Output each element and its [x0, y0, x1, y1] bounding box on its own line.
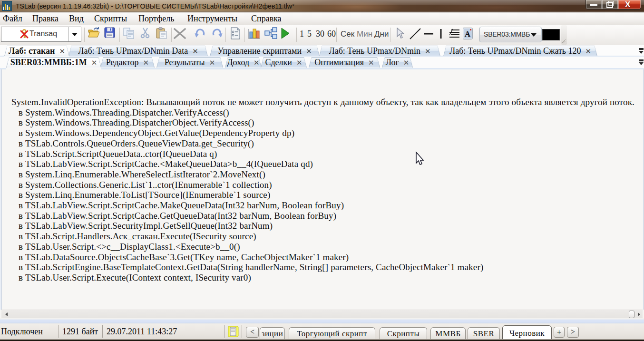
- svg-text:A: A: [465, 29, 471, 39]
